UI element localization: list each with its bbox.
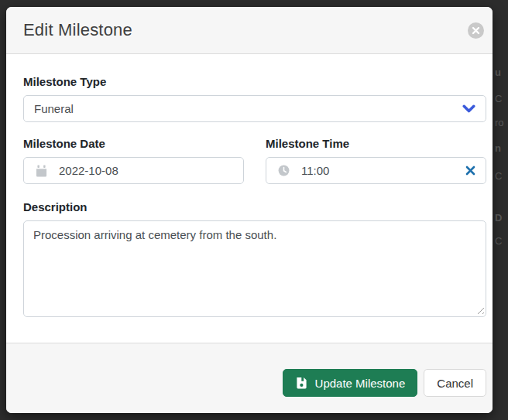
dimmed-page-text: C (495, 93, 502, 104)
date-time-row: Milestone Date Milestone Time (23, 137, 486, 184)
modal-body: Milestone Type Funeral Milestone Date (6, 54, 493, 343)
milestone-date-input[interactable] (59, 164, 234, 177)
chevron-down-icon (462, 101, 476, 116)
modal-header: Edit Milestone (6, 7, 493, 54)
milestone-time-field (266, 157, 486, 184)
date-column: Milestone Date (23, 137, 244, 184)
clock-icon (278, 165, 290, 176)
clear-time-button[interactable] (465, 165, 476, 176)
clear-x-icon (465, 165, 476, 176)
dimmed-page-text: ro (495, 117, 504, 128)
cancel-label: Cancel (437, 377, 473, 390)
milestone-type-label: Milestone Type (23, 75, 486, 88)
update-milestone-button[interactable]: Update Milestone (283, 369, 418, 397)
edit-milestone-modal: Edit Milestone Milestone Type Funeral Mi… (6, 7, 493, 413)
time-column: Milestone Time (266, 137, 486, 184)
description-label: Description (23, 200, 486, 213)
milestone-date-label: Milestone Date (23, 137, 244, 150)
update-milestone-label: Update Milestone (315, 377, 406, 390)
description-section: Description Procession arriving at cemet… (23, 200, 486, 317)
milestone-time-input[interactable] (301, 164, 465, 177)
milestone-type-select[interactable]: Funeral (23, 95, 486, 122)
milestone-type-value: Funeral (34, 102, 74, 115)
close-button[interactable] (468, 22, 484, 39)
milestone-date-field (23, 157, 244, 184)
dimmed-page-text: n (495, 142, 501, 154)
modal-title: Edit Milestone (23, 20, 132, 40)
dimmed-page-text: C (495, 170, 502, 182)
save-icon (295, 377, 307, 389)
calendar-icon (36, 165, 47, 177)
milestone-time-label: Milestone Time (266, 137, 486, 150)
dimmed-page-text: u (495, 67, 501, 78)
description-textarea[interactable]: Procession arriving at cemetery from the… (23, 220, 486, 317)
dimmed-page-text: D (495, 212, 502, 224)
close-icon (468, 22, 484, 39)
cancel-button[interactable]: Cancel (424, 369, 486, 397)
modal-footer: Update Milestone Cancel (6, 343, 493, 413)
dimmed-page-text: C (495, 235, 502, 247)
